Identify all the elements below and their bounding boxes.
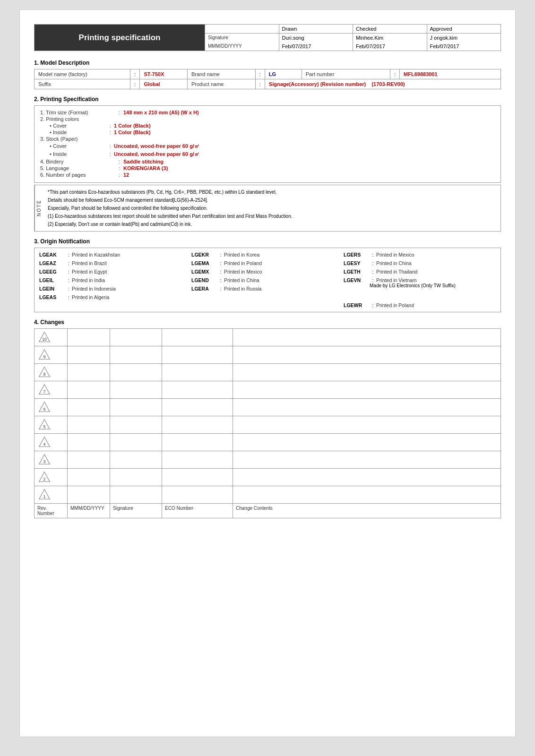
origin-lgeas-code: LGEAS	[39, 294, 65, 300]
rev-content-6	[233, 399, 500, 416]
suffix-value: Global	[140, 79, 188, 89]
rev-sig-2	[110, 469, 162, 486]
origin-lgema-place: Printed in Poland	[224, 260, 262, 266]
rev-sig-3	[110, 451, 162, 468]
origin-lgers-place: Printed in Mexico	[376, 252, 414, 258]
rev-badge-cell-5: 5	[35, 416, 68, 433]
rev-eco-9	[162, 346, 233, 363]
header-label-empty	[205, 25, 279, 33]
spec-colors-header: 2. Printing colors	[40, 116, 495, 122]
spec-cover-color-colon: :	[106, 123, 114, 129]
origin-lgers: LGERS:Printed in Mexico	[344, 251, 496, 258]
rev-date-8	[68, 364, 110, 381]
header-date-drawn: Feb/07/2017	[279, 42, 354, 51]
origin-lgemx-code: LGEMX	[191, 269, 217, 275]
spec-pages-colon: :	[116, 172, 123, 178]
spec-cover-stock-label: • Cover	[40, 143, 106, 149]
rev-sig-4	[110, 434, 162, 451]
part-label: Part number	[302, 69, 390, 79]
origin-lgein: LGEIN:Printed in Indonesia	[39, 285, 191, 292]
spec-inside-stock: • Inside : Uncoated, wood-free paper 60 …	[40, 151, 495, 158]
svg-text:10: 10	[42, 337, 47, 342]
header-row-date: MMM/DD/YYYY Feb/07/2017 Feb/07/2017 Feb/…	[205, 42, 500, 51]
rev-content-10	[233, 329, 500, 346]
origin-lgevn-note: Made by LG Electronics (Only TW Suffix)	[344, 283, 456, 288]
origin-lgend-code: LGEND	[191, 277, 217, 283]
header-sig-label: Signature	[205, 34, 279, 42]
header-date-label: MMM/DD/YYYY	[205, 42, 279, 51]
part-value: MFL69883001	[400, 69, 501, 79]
svg-text:6: 6	[43, 407, 46, 412]
suffix-label: Suffix	[35, 79, 130, 89]
spec-language-colon: :	[116, 165, 123, 171]
rev-date-4	[68, 434, 110, 451]
origin-lgekr-place: Printed in Korea	[224, 252, 259, 258]
rev-sig-1	[110, 486, 162, 503]
spec-inside-color-colon: :	[106, 129, 114, 135]
origin-lgeeg: LGEEG:Printed in Egypt	[39, 268, 191, 275]
svg-text:4: 4	[43, 442, 46, 447]
section3-title: 3. Origin Notification	[34, 238, 501, 245]
spec-bindery-value: Saddle stitching	[123, 159, 164, 164]
model-name-value: ST-750X	[140, 69, 188, 79]
rev-badge-cell-2: 2	[35, 469, 68, 486]
svg-text:5: 5	[43, 424, 46, 429]
rev-badge-cell-3: 3	[35, 451, 68, 468]
rev-content-8	[233, 364, 500, 381]
brand-label: Brand name	[188, 69, 256, 79]
spec-cover-stock-colon: :	[106, 143, 114, 149]
origin-lgeaz-code: LGEAZ	[39, 260, 65, 266]
rev-eco-7	[162, 381, 233, 398]
footer-eco: ECO Number	[162, 504, 233, 518]
origin-lgewr: LGEWR:Printed in Poland	[344, 301, 496, 309]
spec-inside-stock-value: Uncoated, wood-free paper 60 g/㎡	[114, 151, 199, 158]
header-right: Drawn Checked Approved Signature Duri.so…	[205, 25, 500, 51]
origin-lgein-code: LGEIN	[39, 286, 65, 292]
origin-lgeak-place: Printed in Kazakhstan	[72, 252, 120, 258]
rev-eco-10	[162, 329, 233, 346]
spec-pages: 6. Number of pages : 12	[40, 172, 495, 178]
rev-content-7	[233, 381, 500, 398]
changes-row-3: 3	[35, 451, 500, 469]
page: Printing specification Drawn Checked App…	[19, 9, 516, 737]
origin-lgevn-place: Printed in Vietnam	[376, 277, 417, 283]
header-date-checked: Feb/07/2017	[353, 42, 427, 51]
section2-title: 2. Printing Specification	[34, 96, 501, 103]
spec-trim: 1. Trim size (Format) : 148 mm x 210 mm …	[40, 110, 495, 115]
product-label: Product name	[188, 79, 256, 89]
svg-text:7: 7	[43, 389, 46, 394]
spec-box: 1. Trim size (Format) : 148 mm x 210 mm …	[34, 105, 501, 183]
origin-lgera-code: LGERA	[191, 286, 217, 292]
rev-date-6	[68, 399, 110, 416]
section4-title: 4. Changes	[34, 319, 501, 326]
origin-lgera: LGERA:Printed in Russia	[191, 285, 344, 292]
spec-trim-colon: :	[116, 110, 123, 115]
rev-date-10	[68, 329, 110, 346]
header-label-checked: Checked	[353, 25, 427, 33]
header-column-labels: Drawn Checked Approved	[205, 25, 500, 34]
notice-line-5: (2) Especially, Don't use or contain lea…	[48, 220, 292, 228]
origin-lgein-place: Printed in Indonesia	[72, 286, 116, 292]
origin-lgeil-code: LGEIL	[39, 277, 65, 283]
origin-col-3: LGERS:Printed in Mexico LGESY:Printed in…	[344, 251, 496, 309]
spec-language: 5. Language : KOR/ENG/ARA (3)	[40, 165, 495, 171]
spec-bindery: 4. Bindery : Saddle stitching	[40, 159, 495, 164]
spec-inside-color-label: • Inside	[40, 129, 106, 135]
footer-date: MMM/DD/YYYY	[68, 504, 110, 518]
svg-text:3: 3	[43, 459, 46, 464]
rev-eco-3	[162, 451, 233, 468]
spec-pages-label: 6. Number of pages	[40, 172, 116, 178]
rev-eco-5	[162, 416, 233, 433]
origin-lgeaz-place: Printed in Brazil	[72, 260, 107, 266]
rev-content-4	[233, 434, 500, 451]
origin-lgevn-code: LGEVN	[344, 277, 370, 283]
brand-value: LG	[265, 69, 302, 79]
origin-lgeak: LGEAK:Printed in Kazakhstan	[39, 251, 191, 258]
changes-row-5: 5	[35, 416, 500, 434]
spec-pages-value: 12	[123, 172, 129, 178]
notice-box: NOTE *This part contains Eco-hazardous s…	[34, 185, 501, 232]
spec-language-label: 5. Language	[40, 165, 116, 171]
rev-sig-10	[110, 329, 162, 346]
origin-lgeth-place: Printed in Thailand	[376, 269, 417, 275]
changes-row-8: 8	[35, 364, 500, 381]
